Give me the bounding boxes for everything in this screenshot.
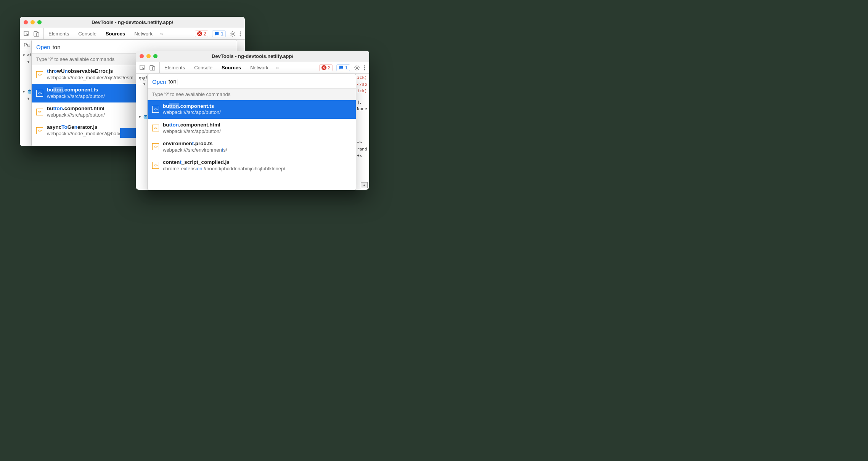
tab-sources[interactable]: Sources: [101, 28, 130, 39]
result-path: webpack:///src/app/button/: [163, 109, 221, 115]
toolbar: Elements Console Sources Network » ✕2 1: [136, 62, 369, 74]
file-tree: ▼</ ▼ ▼: [136, 73, 147, 122]
quick-open-label: Open: [36, 44, 50, 50]
results-list: <> button.component.ts webpack:///src/ap…: [148, 100, 356, 175]
tab-elements[interactable]: Elements: [160, 62, 190, 73]
quick-open-input[interactable]: ton: [169, 78, 177, 85]
toolbar: Elements Console Sources Network » ✕2 1: [20, 28, 245, 40]
more-tabs-icon[interactable]: »: [273, 65, 282, 70]
titlebar: DevTools - ng-devtools.netlify.app/: [136, 51, 369, 62]
menu-icon[interactable]: [240, 31, 241, 37]
svg-point-6: [240, 35, 241, 36]
result-item[interactable]: <> button.component.html webpack:///src/…: [148, 119, 356, 138]
result-path: webpack:///src/app/button/: [47, 93, 105, 99]
settings-icon[interactable]: [230, 31, 236, 37]
error-badge[interactable]: ✕2: [195, 30, 209, 37]
result-item-selected[interactable]: <> button.component.ts webpack:///src/ap…: [148, 100, 356, 119]
more-tabs-icon[interactable]: »: [157, 31, 166, 37]
svg-point-5: [240, 33, 241, 34]
result-path: webpack:///node_modules/@babel/: [47, 131, 124, 137]
code-line: None: [357, 106, 368, 112]
svg-point-4: [240, 31, 241, 32]
js-file-icon: <>: [152, 162, 159, 169]
code-line: </ap: [357, 81, 368, 88]
result-name: button.component.html: [163, 122, 221, 128]
result-path: webpack:///src/app/button/: [47, 112, 105, 118]
tab-network[interactable]: Network: [246, 62, 273, 73]
result-item[interactable]: <> content_script_compiled.js chrome-ext…: [148, 156, 356, 175]
result-path: webpack:///src/environments/: [163, 147, 227, 153]
device-icon[interactable]: [149, 65, 156, 71]
quick-open-header: Open ton: [148, 74, 356, 88]
result-item[interactable]: <> environment.prod.ts webpack:///src/en…: [148, 138, 356, 156]
messages-badge[interactable]: 1: [212, 30, 226, 37]
quick-open-input[interactable]: [53, 44, 232, 50]
result-name: button.component.ts: [47, 87, 105, 93]
code-panel: ick) </ap ick) ], None => rand +x: [356, 73, 369, 190]
result-path: webpack:///src/app/button/: [163, 128, 221, 134]
error-badge[interactable]: ✕2: [319, 64, 333, 71]
code-line: rand: [357, 146, 368, 153]
messages-badge[interactable]: 1: [336, 64, 350, 71]
tab-console[interactable]: Console: [74, 28, 101, 39]
window-title: DevTools - ng-devtools.netlify.app/: [136, 53, 369, 59]
inspect-icon[interactable]: [140, 65, 146, 71]
window-title: DevTools - ng-devtools.netlify.app/: [20, 19, 245, 25]
device-icon[interactable]: [34, 31, 40, 37]
tab-network[interactable]: Network: [130, 28, 157, 39]
svg-point-3: [232, 33, 233, 34]
js-file-icon: <>: [36, 71, 43, 78]
quick-open-hint: Type '?' to see available commands: [148, 88, 356, 100]
settings-icon[interactable]: [354, 65, 360, 71]
tree-node[interactable]: </: [143, 75, 147, 81]
inspect-icon[interactable]: [24, 31, 30, 37]
svg-point-13: [364, 69, 365, 70]
ts-file-icon: <>: [152, 106, 159, 113]
result-path: webpack:///node_modules/rxjs/dist/esm: [47, 75, 133, 81]
tab-sources[interactable]: Sources: [217, 62, 246, 73]
svg-point-12: [364, 67, 365, 68]
maximize-icon[interactable]: [153, 54, 158, 58]
close-icon[interactable]: [24, 20, 28, 24]
svg-rect-9: [153, 67, 155, 70]
result-path: chrome-extension://noondiphcddnnabmjcihc…: [163, 166, 285, 172]
maximize-icon[interactable]: [37, 20, 42, 24]
html-file-icon: <>: [152, 125, 159, 131]
close-icon[interactable]: [140, 54, 144, 58]
tab-elements[interactable]: Elements: [44, 28, 74, 39]
code-line: +x: [357, 152, 368, 159]
tree-node[interactable]: </: [27, 53, 31, 58]
code-line: ick): [357, 74, 368, 81]
traffic-lights: [24, 20, 42, 24]
tab-console[interactable]: Console: [190, 62, 217, 73]
result-name: button.component.html: [47, 106, 105, 112]
menu-icon[interactable]: [364, 65, 365, 71]
quick-open-popup-after: Open ton Type '?' to see available comma…: [147, 74, 356, 190]
minimize-icon[interactable]: [31, 20, 35, 24]
result-name: button.component.ts: [163, 103, 221, 110]
result-name: throwUnobservableError.js: [47, 68, 133, 75]
ts-file-icon: <>: [36, 90, 43, 97]
code-line: ick): [357, 88, 368, 94]
result-name: content_script_compiled.js: [163, 159, 285, 166]
ts-file-icon: <>: [152, 143, 159, 150]
html-file-icon: <>: [36, 109, 43, 115]
traffic-lights: [140, 54, 158, 58]
minimize-icon[interactable]: [146, 54, 151, 58]
quick-open-label: Open: [152, 78, 166, 85]
js-file-icon: <>: [36, 127, 43, 134]
svg-point-11: [364, 65, 365, 66]
code-line: ],: [357, 99, 368, 106]
svg-point-10: [356, 67, 358, 68]
result-name: asyncToGenerator.js: [47, 124, 124, 131]
result-name: environment.prod.ts: [163, 141, 227, 147]
code-line: =>: [357, 139, 368, 146]
titlebar: DevTools - ng-devtools.netlify.app/: [20, 17, 245, 28]
svg-rect-2: [37, 33, 39, 36]
drawer-toggle-icon[interactable]: ▲: [361, 182, 368, 188]
